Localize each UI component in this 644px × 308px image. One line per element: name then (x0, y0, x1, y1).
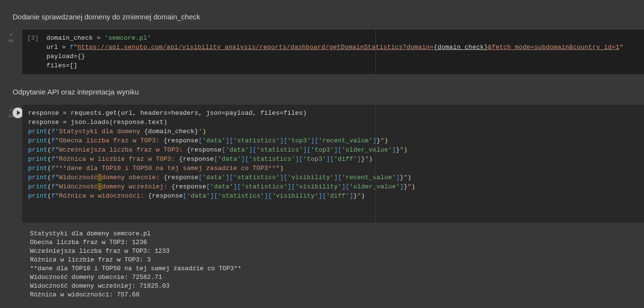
cell-prompt: [3] (27, 34, 39, 42)
code-key: 'top3' (311, 146, 334, 154)
code-cell-1: ✓ 0s [3] domain_check = 'semcore.pl' url… (0, 30, 644, 74)
code-str: Obecna liczba fraz w TOP3: (59, 137, 164, 144)
code-key: 'statistics' (233, 137, 280, 144)
code-str: Widoczność (59, 174, 98, 181)
code-str: Widoczność (59, 183, 98, 190)
code-token: files=[] (46, 62, 77, 69)
output-line: Obecna liczba fraz w TOP3: 1236 (30, 238, 644, 247)
run-button[interactable] (13, 108, 23, 118)
code-token: domain_check (46, 34, 93, 42)
code-token: url (46, 44, 58, 51)
code-key: 'top3' (303, 155, 326, 163)
code-key: 'data' (202, 174, 225, 181)
code-key: 'statistics' (256, 146, 303, 154)
code-cell-2: ✓ 2s response = requests.get(url, header… (0, 105, 644, 223)
code-key: 'data' (210, 183, 233, 190)
code-key: 'diff' (334, 155, 357, 163)
output-line: Widoczność domeny obecnie: 72582.71 (30, 273, 644, 282)
output-line: Wcześniejsza liczba fraz w TOP3: 1233 (30, 247, 644, 256)
output-line: **dane dla TOP10 i TOP50 na tej samej za… (30, 264, 644, 273)
output-line: Różnica w widoczności: 757.68 (30, 291, 644, 299)
code-key: 'diff' (326, 192, 349, 200)
cell-gutter: ✓ 2s (0, 105, 22, 223)
code-editor[interactable]: response = requests.get(url, headers=hea… (22, 105, 644, 223)
cell-timing: 0s (9, 39, 14, 44)
code-key: 'top3' (287, 137, 311, 144)
code-token: {domain_check} (434, 44, 488, 51)
output-line: Statystyki dla domeny semcore.pl (30, 230, 644, 238)
code-key: 'data' (187, 192, 210, 200)
code-key: 'older_value' (342, 146, 392, 154)
code-str: Różnica w widoczności: (59, 192, 148, 200)
code-token: payload={} (46, 53, 85, 60)
code-key: 'recent_value' (318, 137, 373, 144)
code-key: 'statistics' (249, 155, 295, 163)
output-line: Różnica w liczbie fraz w TOP3: 3 (30, 256, 644, 264)
code-editor[interactable]: [3] domain_check = 'semcore.pl' url = f"… (22, 30, 644, 74)
code-key: 'visibility' (272, 192, 318, 200)
code-str: domeny obecnie: (102, 174, 164, 181)
code-token: &fetch_mode=subdomain&country_id=1 (488, 44, 619, 51)
code-str: Wcześniejsza liczba fraz w TOP3: (59, 146, 187, 154)
code-key: 'data' (218, 155, 241, 163)
code-key: 'recent_value' (342, 174, 396, 181)
check-icon: ✓ (10, 32, 13, 38)
code-str: Statystyki dla domeny (59, 128, 144, 135)
code-key: 'visibility' (295, 183, 342, 190)
code-key: 'statistics' (241, 183, 287, 190)
cell-output: Statystyki dla domeny semcore.pl Obecna … (0, 224, 644, 305)
code-key: 'visibility' (287, 174, 334, 181)
code-str: domeny wcześniej: (102, 183, 171, 190)
cell-gutter: ✓ 0s (0, 30, 22, 74)
output-line: Widoczność domeny wcześniej: 71825.03 (30, 282, 644, 291)
code-key: 'data' (202, 137, 225, 144)
section-heading-1: Dodanie sprawdzanej domeny do zmiennej d… (0, 0, 644, 30)
code-key: 'statistics' (233, 174, 280, 181)
section-heading-2: Odpytanie API oraz intepretacja wyniku (0, 75, 644, 105)
code-url: https://api.senuto.com/api/visibility_an… (77, 44, 434, 51)
code-expr: {domain_check} (144, 128, 198, 135)
code-str: Różnica w liczbie fraz w TOP3: (59, 155, 179, 163)
code-token: f (70, 44, 74, 51)
code-key: 'older_value' (349, 183, 400, 190)
code-token: 'semcore.pl' (105, 34, 151, 42)
code-key: 'data' (225, 146, 249, 154)
code-key: 'statistics' (218, 192, 264, 200)
